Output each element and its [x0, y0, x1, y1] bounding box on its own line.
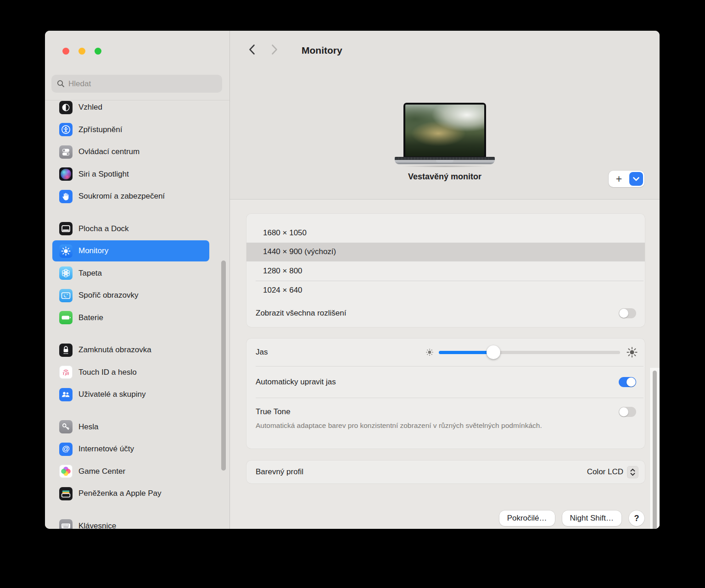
wallpaper-flower-icon	[59, 266, 73, 280]
control-center-icon	[59, 145, 73, 159]
color-profile-select[interactable]	[627, 466, 638, 478]
page-title: Monitory	[302, 45, 342, 56]
sidebar-item-internetove-ucty[interactable]: @ Internetové účty	[45, 438, 229, 460]
wallet-icon	[59, 487, 73, 500]
resolution-option-1440x900-selected[interactable]: 1440 × 900 (výchozí)	[246, 243, 645, 262]
system-settings-window: Hledat Vzhled Zpřístupnění	[45, 31, 660, 529]
add-display-menu-button[interactable]	[629, 172, 643, 186]
sidebar-item-game-center[interactable]: Game Center	[45, 460, 229, 483]
close-button[interactable]	[62, 48, 69, 55]
back-button[interactable]	[246, 44, 257, 55]
color-profile-value: Color LCD	[587, 467, 623, 477]
sidebar-item-hesla[interactable]: Hesla	[45, 416, 229, 438]
auto-brightness-toggle[interactable]	[619, 377, 636, 387]
up-down-chevrons-icon	[630, 468, 635, 476]
lock-screen-icon	[59, 344, 73, 357]
add-display-control: +	[609, 171, 644, 187]
resolution-option-1280x800[interactable]: 1280 × 800	[246, 261, 645, 281]
sidebar-item-penezenka[interactable]: Peněženka a Apple Pay	[45, 483, 229, 505]
brightness-card: Jas Automaticky upravit jas	[246, 338, 645, 449]
true-tone-toggle[interactable]	[619, 407, 636, 417]
sidebar-item-sporic-obrazovky[interactable]: Spořič obrazovky	[45, 284, 229, 307]
main-header: Monitory Vestavěný monitor +	[230, 31, 660, 199]
brightness-slider[interactable]	[439, 345, 620, 359]
game-center-icon	[59, 465, 73, 478]
siri-icon	[59, 167, 73, 181]
footer-buttons: Pokročilé… Night Shift… ?	[499, 510, 644, 526]
privacy-hand-icon	[59, 190, 73, 203]
sidebar: Hledat Vzhled Zpřístupnění	[45, 31, 230, 529]
sidebar-scrollbar[interactable]	[221, 261, 226, 471]
brightness-high-sun-icon	[626, 346, 638, 359]
resolution-card: 1680 × 1050 1440 × 900 (výchozí) 1280 × …	[246, 214, 645, 327]
color-profile-row: Barevný profil Color LCD	[246, 460, 645, 483]
search-placeholder: Hledat	[68, 79, 91, 89]
night-shift-button[interactable]: Night Shift…	[562, 510, 621, 526]
minimize-button[interactable]	[78, 48, 85, 55]
desktop-dock-icon	[59, 222, 73, 235]
chevron-right-icon	[271, 44, 278, 55]
sidebar-list: Vzhled Zpřístupnění Ovládací centrum	[45, 100, 229, 529]
chevron-left-icon	[248, 44, 255, 55]
search-icon	[57, 80, 65, 88]
resolution-option-1680x1050[interactable]: 1680 × 1050	[246, 223, 645, 243]
sidebar-item-siri[interactable]: Siri a Spotlight	[45, 163, 229, 186]
brightness-slider-row	[424, 338, 638, 366]
help-button[interactable]: ?	[629, 510, 644, 526]
brightness-low-sun-icon	[424, 347, 435, 358]
auto-brightness-row: Automaticky upravit jas	[246, 366, 645, 398]
show-all-resolutions-row: Zobrazit všechna rozlišení	[246, 300, 645, 327]
color-profile-card: Barevný profil Color LCD	[246, 460, 645, 483]
nav-controls	[246, 44, 280, 55]
search-input[interactable]: Hledat	[51, 75, 222, 93]
battery-icon	[59, 311, 73, 324]
main-panel: Monitory Vestavěný monitor + 1680 × 1050	[230, 31, 660, 529]
display-name-label: Vestavěný monitor	[230, 172, 660, 182]
sidebar-item-zpristupneni[interactable]: Zpřístupnění	[45, 119, 229, 141]
resolution-option-1024x640[interactable]: 1024 × 640	[246, 281, 645, 300]
sidebar-item-uzivatele[interactable]: Uživatelé a skupiny	[45, 383, 229, 406]
main-scrollbar-thumb[interactable]	[653, 371, 657, 529]
slider-knob[interactable]	[487, 345, 500, 359]
touch-id-icon	[59, 366, 73, 379]
sidebar-item-baterie[interactable]: Baterie	[45, 307, 229, 329]
sidebar-item-tapeta[interactable]: Tapeta	[45, 262, 229, 285]
screensaver-moon-icon	[59, 289, 73, 302]
main-scrollbar[interactable]	[649, 368, 660, 529]
sidebar-item-zamknuta-obrazovka[interactable]: Zamknutá obrazovka	[45, 339, 229, 361]
sidebar-item-vzhled[interactable]: Vzhled	[45, 100, 229, 119]
true-tone-description: Automatická adaptace barev pro konzisten…	[256, 420, 586, 431]
slider-fill	[439, 351, 493, 354]
displays-sun-icon	[59, 244, 73, 258]
sidebar-item-klavesnice[interactable]: Klávesnice	[45, 515, 229, 529]
chevron-down-icon	[633, 177, 639, 181]
zoom-button[interactable]	[95, 48, 101, 55]
sidebar-item-monitory[interactable]: Monitory	[45, 240, 229, 262]
sidebar-item-plocha-a-dock[interactable]: Plocha a Dock	[45, 218, 229, 240]
key-icon	[59, 420, 73, 433]
accessibility-icon	[59, 123, 73, 136]
sidebar-item-ovladaci-centrum[interactable]: Ovládací centrum	[45, 141, 229, 163]
show-all-resolutions-toggle[interactable]	[619, 308, 636, 318]
forward-button[interactable]	[269, 44, 280, 55]
settings-scroll-area: 1680 × 1050 1440 × 900 (výchozí) 1280 × …	[230, 199, 660, 529]
sidebar-item-touch-id[interactable]: Touch ID a heslo	[45, 361, 229, 384]
advanced-button[interactable]: Pokročilé…	[499, 510, 555, 526]
sidebar-item-soukromi[interactable]: Soukromí a zabezpečení	[45, 185, 229, 208]
traffic-lights	[62, 48, 101, 55]
at-sign-icon: @	[59, 443, 73, 456]
keyboard-icon	[59, 519, 73, 529]
add-display-button[interactable]: +	[609, 171, 629, 187]
users-icon	[59, 388, 73, 401]
builtin-display-image	[395, 103, 495, 167]
appearance-icon	[59, 101, 73, 114]
